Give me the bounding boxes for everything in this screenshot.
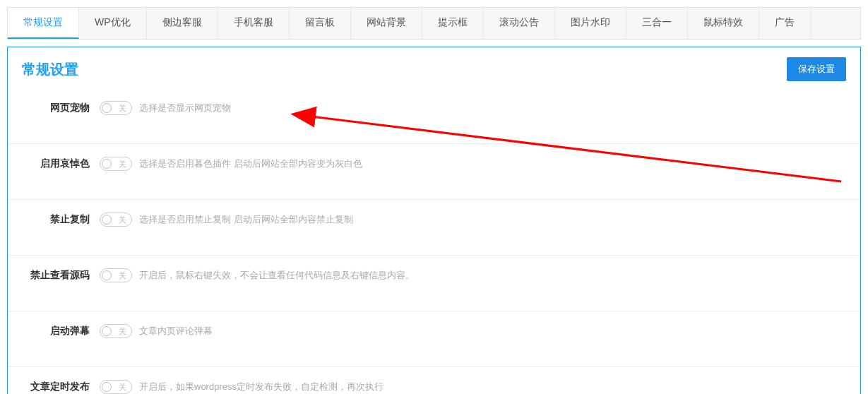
settings-panel: 常规设置 保存设置 网页宠物关选择是否显示网页宠物启用哀悼色关选择是否启用暮色插…: [7, 47, 861, 394]
setting-description: 文章内页评论弹幕: [139, 325, 213, 338]
setting-description: 开启后，鼠标右键失效，不会让查看任何代码信息及右键信息内容。: [139, 269, 415, 282]
toggle-switch[interactable]: 关: [100, 157, 132, 171]
setting-description: 选择是否启用暮色插件 启动后网站全部内容变为灰白色: [139, 157, 362, 170]
toggle-knob: [102, 103, 112, 113]
setting-description: 选择是否显示网页宠物: [139, 102, 231, 114]
tab-2[interactable]: 侧边客服: [147, 8, 218, 39]
tab-11[interactable]: 广告: [759, 8, 811, 39]
save-button[interactable]: 保存设置: [787, 57, 846, 81]
toggle-switch[interactable]: 关: [100, 380, 132, 394]
setting-row-2: 禁止复制关选择是否启用禁止复制 启动后网站全部内容禁止复制: [8, 200, 860, 256]
tab-3[interactable]: 手机客服: [218, 8, 290, 39]
toggle-switch[interactable]: 关: [100, 324, 132, 338]
toggle-knob: [102, 215, 112, 225]
toggle-off-text: 关: [119, 270, 126, 281]
toggle-knob: [102, 382, 112, 392]
panel-header: 常规设置 保存设置: [8, 47, 860, 88]
setting-label: 启动弹幕: [22, 325, 100, 338]
tab-6[interactable]: 提示框: [422, 8, 484, 39]
panel-title: 常规设置: [22, 60, 78, 79]
setting-row-0: 网页宠物关选择是否显示网页宠物: [8, 88, 860, 144]
tab-9[interactable]: 三合一: [626, 8, 688, 39]
toggle-switch[interactable]: 关: [100, 213, 132, 227]
toggle-knob: [102, 159, 112, 169]
setting-row-5: 文章定时发布关开启后，如果wordpress定时发布失败，自定检测，再次执行: [8, 367, 860, 394]
toggle-switch[interactable]: 关: [100, 101, 132, 115]
tabs-bar: 常规设置WP优化侧边客服手机客服留言板网站背景提示框滚动公告图片水印三合一鼠标特…: [7, 7, 861, 40]
toggle-off-text: 关: [119, 159, 126, 169]
toggle-knob: [102, 270, 112, 280]
setting-label: 启用哀悼色: [22, 157, 100, 170]
tab-1[interactable]: WP优化: [79, 8, 147, 39]
toggle-off-text: 关: [119, 215, 126, 225]
setting-row-4: 启动弹幕关文章内页评论弹幕: [8, 311, 860, 367]
setting-label: 文章定时发布: [22, 381, 100, 393]
setting-row-3: 禁止查看源码关开启后，鼠标右键失效，不会让查看任何代码信息及右键信息内容。: [8, 256, 860, 311]
setting-description: 开启后，如果wordpress定时发布失败，自定检测，再次执行: [139, 381, 384, 393]
setting-label: 网页宠物: [22, 102, 100, 114]
settings-rows: 网页宠物关选择是否显示网页宠物启用哀悼色关选择是否启用暮色插件 启动后网站全部内…: [8, 88, 860, 394]
tab-4[interactable]: 留言板: [290, 8, 351, 39]
toggle-knob: [102, 326, 112, 336]
setting-label: 禁止复制: [22, 213, 100, 226]
tab-10[interactable]: 鼠标特效: [688, 8, 759, 39]
toggle-off-text: 关: [119, 382, 126, 393]
toggle-off-text: 关: [119, 103, 126, 114]
toggle-switch[interactable]: 关: [100, 268, 132, 282]
tab-0[interactable]: 常规设置: [8, 8, 79, 39]
setting-label: 禁止查看源码: [22, 269, 100, 282]
setting-row-1: 启用哀悼色关选择是否启用暮色插件 启动后网站全部内容变为灰白色: [8, 144, 860, 200]
setting-description: 选择是否启用禁止复制 启动后网站全部内容禁止复制: [139, 213, 353, 226]
tab-7[interactable]: 滚动公告: [484, 8, 555, 39]
toggle-off-text: 关: [119, 326, 126, 337]
tab-5[interactable]: 网站背景: [351, 8, 422, 39]
tab-8[interactable]: 图片水印: [555, 8, 626, 39]
